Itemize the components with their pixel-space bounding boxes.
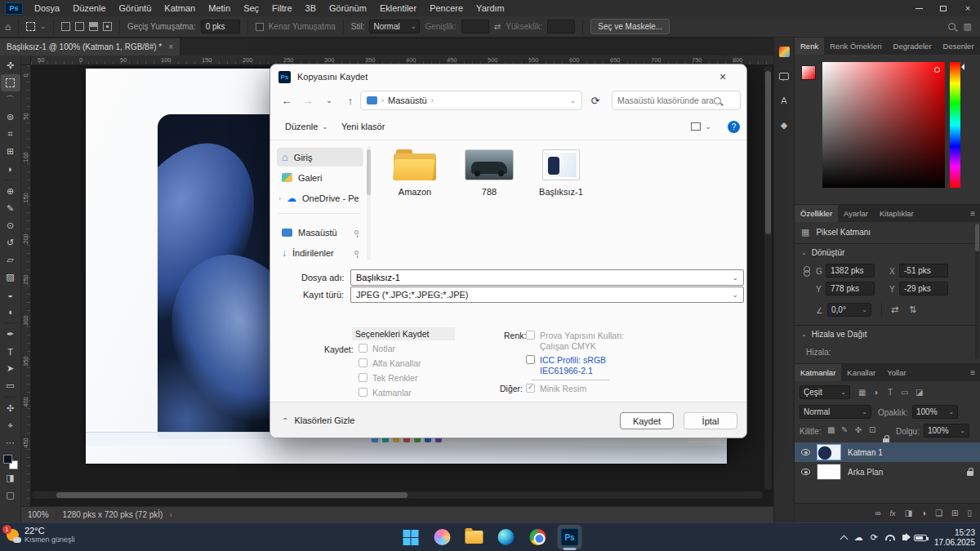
flip-vertical-icon[interactable]: ⇅ xyxy=(909,304,916,315)
vertical-scrollbar[interactable] xyxy=(764,66,772,489)
fill-dropdown[interactable]: 100%⌄ xyxy=(924,424,969,438)
up-button[interactable]: ↑ xyxy=(341,91,360,110)
current-color-chip[interactable] xyxy=(801,65,816,80)
breadcrumb-location[interactable]: Masaüstü xyxy=(388,96,427,105)
transform-y-input[interactable]: -29 pks xyxy=(899,282,948,295)
file-item-basliksiz-1[interactable]: Başlıksız-1 xyxy=(524,149,598,197)
file-name-text-input[interactable] xyxy=(356,273,715,282)
filter-pixel-layers-icon[interactable]: ▦ xyxy=(858,388,866,397)
pen-tool-button[interactable]: ✒ xyxy=(1,326,20,343)
blend-mode-dropdown[interactable]: Normal⌄ xyxy=(800,405,871,419)
file-name-input[interactable]: ⌄ xyxy=(350,269,744,286)
checkbox-icon[interactable] xyxy=(526,355,535,364)
dialog-title-bar[interactable]: Ps Kopyasını Kaydet × xyxy=(270,64,746,89)
check-tek-renkler[interactable]: Tek Renkler xyxy=(359,373,417,383)
move-tool-button[interactable]: ✜ xyxy=(1,57,20,74)
panel-menu-icon[interactable]: ≡ xyxy=(965,368,980,377)
copilot-button[interactable] xyxy=(430,525,455,549)
menu-duzenle[interactable]: Düzenle xyxy=(66,0,112,16)
check-katmanlar[interactable]: Katmanlar xyxy=(359,388,412,398)
file-type-dropdown[interactable]: JPEG (*.JPG;*.JPEG;*.JPE) ⌄ xyxy=(350,287,744,303)
align-section-header[interactable]: ⌄ Hizala ve Dağıt xyxy=(801,330,867,339)
file-item-amazon[interactable]: Amazon xyxy=(378,149,452,197)
width-input[interactable] xyxy=(461,20,489,33)
quick-mask-button[interactable]: ◨ xyxy=(1,469,20,487)
zoom-tool-button[interactable]: ⌖ xyxy=(1,417,20,434)
properties-scrollbar[interactable] xyxy=(975,224,979,359)
eraser-tool-button[interactable]: ▱ xyxy=(1,251,20,269)
selection-mode-intersect-icon[interactable] xyxy=(103,22,112,31)
document-tab[interactable]: Başlıksız-1 @ 100% (Katman 1, RGB/8#) * … xyxy=(0,38,180,56)
back-button[interactable]: ← xyxy=(277,91,296,110)
checkbox-icon[interactable] xyxy=(359,373,368,382)
tab-kanallar[interactable]: Kanallar xyxy=(841,364,881,381)
sidebar-item-indirilenler[interactable]: ↓ İndirilenler xyxy=(277,243,363,262)
onedrive-tray-icon[interactable]: ☁ xyxy=(854,532,863,543)
chrome-button[interactable] xyxy=(526,525,550,549)
type-tool-button[interactable]: T xyxy=(1,343,20,360)
properties-scrollbar-thumb[interactable] xyxy=(975,224,979,251)
hidden-icons-chevron[interactable] xyxy=(841,534,847,542)
tab-kitapliklar[interactable]: Kitaplıklar xyxy=(874,205,920,222)
lock-artboard-icon[interactable]: ⊡ xyxy=(869,425,875,434)
current-tool-icon[interactable] xyxy=(26,22,35,31)
window-maximize-button[interactable] xyxy=(931,0,956,16)
update-tray-icon[interactable]: ⟳ xyxy=(871,532,878,543)
crop-tool-button[interactable]: ⌗ xyxy=(1,126,20,143)
tab-renk-ornekleri[interactable]: Renk Örnekleri xyxy=(824,38,887,55)
sidebar-item-onedrive[interactable]: › ☁ OneDrive - Perso xyxy=(277,189,363,207)
layer-thumbnail[interactable] xyxy=(817,464,841,480)
sidebar-item-masaustu[interactable]: Masaüstü xyxy=(277,223,363,242)
photoshop-taskbar-button[interactable]: Ps xyxy=(558,525,582,549)
chevron-right-icon[interactable]: › xyxy=(169,510,172,519)
hue-slider[interactable] xyxy=(950,62,960,188)
workspace-grid-icon[interactable]: ▥ xyxy=(964,21,972,32)
view-options-button[interactable]: ⌄ xyxy=(684,117,718,136)
cancel-button[interactable]: İptal xyxy=(684,412,737,429)
check-icc-profile[interactable]: ICC Profili: sRGBIEC61966-2.1 xyxy=(526,355,606,376)
foreground-color-swatch[interactable] xyxy=(3,455,12,464)
path-selection-tool-button[interactable]: ➤ xyxy=(1,360,20,377)
flip-horizontal-icon[interactable]: ⇄ xyxy=(891,304,898,315)
visibility-eye-icon[interactable] xyxy=(801,469,810,475)
zoom-level[interactable]: 100% xyxy=(28,510,49,519)
expand-chevron-icon[interactable]: › xyxy=(278,194,281,202)
search-icon[interactable] xyxy=(948,23,956,30)
menu-3b[interactable]: 3B xyxy=(299,0,323,16)
forward-button[interactable]: → xyxy=(298,91,318,110)
home-icon[interactable]: ⌂ xyxy=(5,21,11,33)
color-picker-cursor[interactable] xyxy=(934,67,940,73)
dialog-close-button[interactable]: × xyxy=(707,66,738,87)
filter-adjustment-layers-icon[interactable]: ◑ xyxy=(873,388,878,397)
check-minik-resim[interactable]: Minik Resim xyxy=(526,384,586,393)
hand-tool-button[interactable]: ✣ xyxy=(1,400,20,417)
eyedropper-tool-button[interactable]: ◗ xyxy=(1,160,20,177)
link-dimensions-icon[interactable] xyxy=(803,266,809,276)
antialias-checkbox[interactable] xyxy=(256,23,264,31)
wifi-icon[interactable] xyxy=(885,535,895,540)
hue-slider-thumb[interactable] xyxy=(958,64,964,70)
search-box[interactable] xyxy=(612,91,741,110)
check-notlar[interactable]: Notlar xyxy=(359,344,395,353)
edit-toolbar-button[interactable]: ⋯ xyxy=(1,434,20,451)
menu-sec[interactable]: Seç xyxy=(237,0,265,16)
frame-tool-button[interactable]: ⊞ xyxy=(1,143,20,160)
sidebar-scrollbar[interactable] xyxy=(367,146,371,260)
tab-ozellikler[interactable]: Özellikler xyxy=(795,205,838,222)
rotate-angle-dropdown[interactable]: 0,0°⌄ xyxy=(827,303,871,317)
tab-yollar[interactable]: Yollar xyxy=(881,364,911,381)
file-item-788[interactable]: 788 xyxy=(452,149,526,197)
dodge-tool-button[interactable]: ◖ xyxy=(1,303,20,320)
style-dropdown[interactable]: Normal⌄ xyxy=(369,20,420,33)
filter-smart-objects-icon[interactable]: ◪ xyxy=(915,388,923,397)
edge-button[interactable] xyxy=(494,525,519,549)
window-close-button[interactable]: × xyxy=(956,0,980,16)
battery-icon[interactable] xyxy=(914,535,927,541)
close-tab-icon[interactable]: × xyxy=(168,42,173,51)
help-button[interactable]: ? xyxy=(728,121,740,133)
menu-dosya[interactable]: Dosya xyxy=(28,0,66,16)
tab-desenler[interactable]: Desenler xyxy=(938,38,980,55)
lock-pixels-icon[interactable]: ✎ xyxy=(841,425,848,434)
comments-panel-button[interactable] xyxy=(777,69,791,83)
clock-widget[interactable]: 15:23 17.06.2025 xyxy=(934,528,975,548)
